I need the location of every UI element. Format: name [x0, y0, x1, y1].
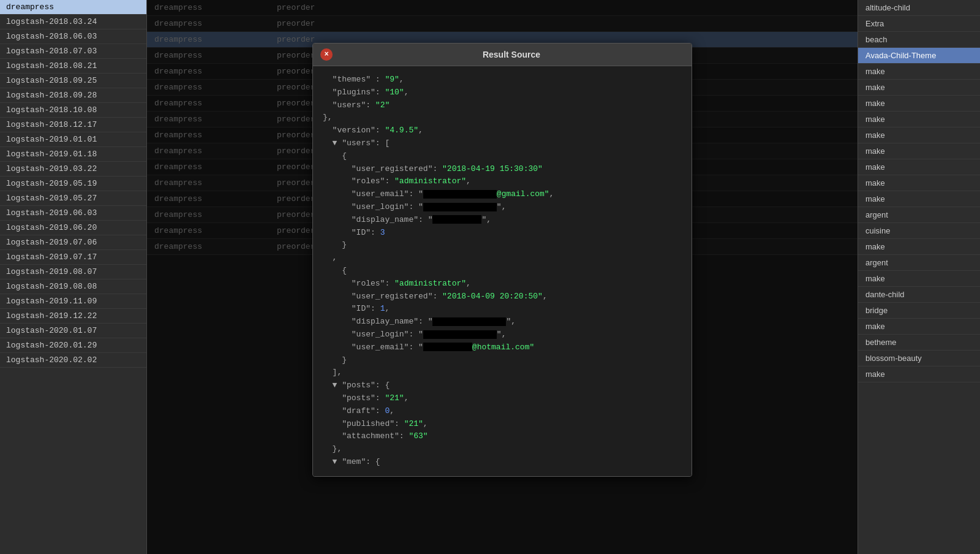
theme-list-item[interactable]: argent — [858, 255, 980, 271]
index-list-item[interactable]: logstash-2019.05.27 — [0, 191, 146, 206]
theme-list-item[interactable]: make — [858, 80, 980, 96]
index-list-item[interactable]: logstash-2018.06.03 — [0, 29, 146, 44]
modal-title: Result Source — [339, 50, 684, 59]
index-list-item[interactable]: logstash-2018.09.25 — [0, 74, 146, 88]
theme-list-item[interactable]: Extra — [858, 16, 980, 32]
modal-header: × Result Source — [313, 44, 692, 66]
theme-list-item[interactable]: make — [858, 175, 980, 191]
index-list-item[interactable]: logstash-2019.01.01 — [0, 132, 146, 147]
theme-list-item[interactable]: make — [858, 159, 980, 175]
theme-list-item[interactable]: blossom-beauty — [858, 351, 980, 366]
theme-list-item[interactable]: make — [858, 64, 980, 80]
index-list-item[interactable]: logstash-2018.10.08 — [0, 103, 146, 118]
theme-list-item[interactable]: Avada-Child-Theme — [858, 48, 980, 64]
theme-list: altitude-childExtrabeachAvada-Child-Them… — [858, 0, 980, 554]
index-list-item[interactable]: logstash-2018.08.21 — [0, 59, 146, 74]
index-list-item[interactable]: logstash-2019.08.07 — [0, 265, 146, 279]
theme-list-item[interactable]: make — [858, 96, 980, 112]
index-list-item[interactable]: logstash-2020.02.02 — [0, 353, 146, 368]
theme-list-item[interactable]: cuisine — [858, 223, 980, 239]
index-list-item[interactable]: logstash-2018.03.24 — [0, 15, 146, 29]
index-list-item[interactable]: logstash-2019.01.18 — [0, 147, 146, 162]
theme-list-item[interactable]: make — [858, 239, 980, 255]
modal-close-button[interactable]: × — [320, 48, 333, 61]
theme-list-item[interactable]: dante-child — [858, 287, 980, 303]
theme-list-item[interactable]: make — [858, 319, 980, 335]
theme-list-item[interactable]: betheme — [858, 335, 980, 351]
index-list-item[interactable]: dreampress — [0, 0, 146, 15]
modal-overlay: × Result Source "themes" : "9", "plugins… — [147, 0, 858, 554]
index-list-item[interactable]: logstash-2019.08.08 — [0, 279, 146, 294]
index-list-item[interactable]: logstash-2019.07.06 — [0, 235, 146, 250]
theme-list-item[interactable]: bridge — [858, 303, 980, 319]
theme-list-item[interactable]: argent — [858, 207, 980, 223]
index-list-item[interactable]: logstash-2018.07.03 — [0, 44, 146, 59]
index-list: dreampresslogstash-2018.03.24logstash-20… — [0, 0, 147, 554]
theme-list-item[interactable]: make — [858, 271, 980, 287]
main-content: dreampresspreorderdreampresspreorderdrea… — [147, 0, 858, 554]
index-list-item[interactable]: logstash-2019.11.09 — [0, 294, 146, 309]
theme-list-item[interactable]: beach — [858, 32, 980, 48]
theme-list-item[interactable]: make — [858, 143, 980, 159]
index-list-item[interactable]: logstash-2019.05.19 — [0, 176, 146, 191]
result-source-modal: × Result Source "themes" : "9", "plugins… — [312, 43, 692, 477]
index-list-item[interactable]: logstash-2018.12.17 — [0, 118, 146, 132]
index-list-item[interactable]: logstash-2019.03.22 — [0, 162, 146, 176]
theme-list-item[interactable]: make — [858, 112, 980, 127]
theme-list-item[interactable]: make — [858, 127, 980, 143]
index-list-item[interactable]: logstash-2019.12.22 — [0, 309, 146, 324]
index-list-item[interactable]: logstash-2018.09.28 — [0, 88, 146, 103]
index-list-item[interactable]: logstash-2019.07.17 — [0, 250, 146, 265]
index-list-item[interactable]: logstash-2019.06.03 — [0, 206, 146, 221]
theme-list-item[interactable]: make — [858, 191, 980, 207]
modal-body: "themes" : "9", "plugins": "10", "users"… — [313, 66, 692, 476]
index-list-item[interactable]: logstash-2020.01.07 — [0, 324, 146, 338]
theme-list-item[interactable]: make — [858, 366, 980, 382]
theme-list-item[interactable]: altitude-child — [858, 0, 980, 16]
index-list-item[interactable]: logstash-2019.06.20 — [0, 221, 146, 235]
index-list-item[interactable]: logstash-2020.01.29 — [0, 338, 146, 353]
